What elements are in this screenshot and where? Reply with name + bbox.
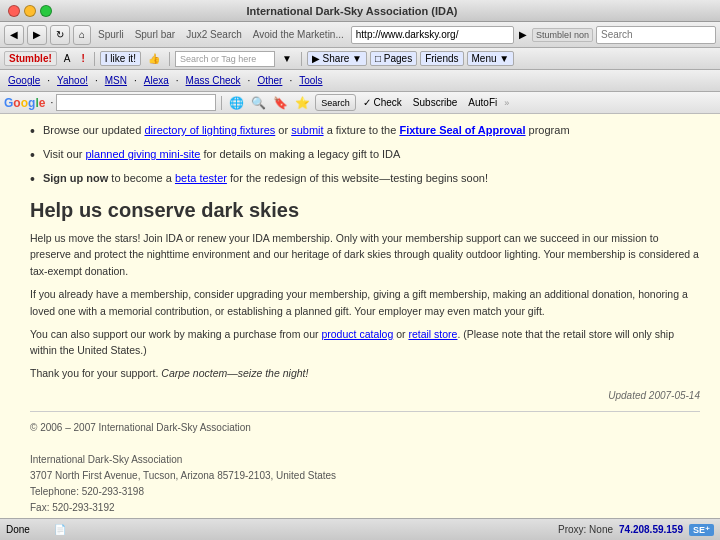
submit-link[interactable]: submit	[291, 124, 323, 136]
status-done: Done	[6, 524, 46, 535]
sep3	[301, 52, 302, 66]
menu-btn[interactable]: Menu ▼	[467, 51, 515, 66]
maximize-button[interactable]	[40, 5, 52, 17]
spurl-bar-btn[interactable]: Spurl bar	[131, 28, 180, 41]
help-section: Help us conserve dark skies Help us move…	[30, 199, 700, 401]
bullet-3-text: Sign up now to become a beta tester for …	[43, 170, 488, 187]
updated-text: Updated 2007-05-14	[30, 390, 700, 401]
google-logo: Google	[4, 96, 45, 110]
jux2-search-btn[interactable]: Jux2 Search	[182, 28, 246, 41]
exclaim-btn[interactable]: !	[77, 52, 88, 65]
sep1	[94, 52, 95, 66]
other-link[interactable]: Other	[253, 74, 286, 87]
status-bar: Done 📄 Proxy: None 74.208.59.159 SE⁺	[0, 518, 720, 540]
bullet-section: • Browse our updated directory of lighti…	[30, 122, 700, 189]
help-title: Help us conserve dark skies	[30, 199, 700, 222]
autofi-label[interactable]: AutoFi	[464, 96, 501, 109]
phone: Telephone: 520-293-3198	[30, 484, 700, 500]
search-google-btn[interactable]: 🔍	[249, 96, 268, 110]
yahoo-link[interactable]: Yahoo!	[53, 74, 92, 87]
window-title: International Dark-Sky Association (IDA)	[246, 5, 457, 17]
alexa-link[interactable]: Alexa	[140, 74, 173, 87]
google-link[interactable]: Google	[4, 74, 44, 87]
friends-btn[interactable]: Friends	[420, 51, 463, 66]
minimize-button[interactable]	[24, 5, 36, 17]
org-name: International Dark-Sky Association	[30, 452, 700, 468]
sep-dot3: ·	[134, 75, 137, 86]
stumble-toolbar: Stumble! A ! I like it! 👍 Search or Tag …	[0, 48, 720, 70]
bullet-item-1: • Browse our updated directory of lighti…	[30, 122, 700, 140]
browser-content: • Browse our updated directory of lighti…	[0, 114, 720, 518]
search-tag-input[interactable]: Search or Tag here	[175, 51, 275, 67]
arrow-btn[interactable]: ▼	[278, 52, 296, 65]
sep-dot5: ·	[248, 75, 251, 86]
sep-dot2: ·	[95, 75, 98, 86]
ip-address: 74.208.59.159	[619, 524, 683, 535]
sep-dot6: ·	[289, 75, 292, 86]
bullet-dot-2: •	[30, 146, 35, 164]
bullet-dot-3: •	[30, 170, 35, 188]
fax: Fax: 520-293-3192	[30, 500, 700, 516]
close-button[interactable]	[8, 5, 20, 17]
sep2	[169, 52, 170, 66]
forward-button[interactable]: ▶	[27, 25, 47, 45]
stumble-btn[interactable]: Stumble!	[4, 51, 57, 66]
globe-icon[interactable]: 🌐	[227, 96, 246, 110]
google-toolbar: Google · 🌐 🔍 🔖 ⭐ Search ✓ Check Subscrib…	[0, 92, 720, 114]
copyright-text: © 2006 – 2007 International Dark-Sky Ass…	[30, 420, 700, 436]
nav-bar: ◀ ▶ ↻ ⌂ Spurli Spurl bar Jux2 Search Avo…	[0, 22, 720, 48]
stumbleupon-label[interactable]: StumbleI non	[532, 28, 593, 42]
home-button[interactable]: ⌂	[73, 25, 91, 45]
tools-link[interactable]: Tools	[295, 74, 326, 87]
se-badge: SE⁺	[689, 524, 714, 536]
go-button[interactable]: ▶	[517, 29, 529, 40]
sep-dot: ·	[47, 75, 50, 86]
search-button[interactable]: Search	[315, 94, 356, 111]
status-right: Proxy: None 74.208.59.159 SE⁺	[558, 524, 714, 536]
retail-store-link[interactable]: retail store	[408, 328, 457, 340]
secondary-toolbar: Google · Yahoo! · MSN · Alexa · Mass Che…	[0, 70, 720, 92]
mass-check-link[interactable]: Mass Check	[182, 74, 245, 87]
back-button[interactable]: ◀	[4, 25, 24, 45]
directory-link[interactable]: directory of lighting fixtures	[144, 124, 275, 136]
bullet-2-text: Visit our planned giving mini-site for d…	[43, 146, 400, 163]
help-para-4: Thank you for your support. Carpe noctem…	[30, 365, 700, 382]
pages-btn[interactable]: □ Pages	[370, 51, 417, 66]
stop-marketing-btn[interactable]: Avoid the Marketin...	[249, 28, 348, 41]
bookmark-icon[interactable]: 🔖	[271, 96, 290, 110]
search-input[interactable]	[596, 26, 716, 44]
sign-up-bold: Sign up now	[43, 172, 108, 184]
subscribe-label[interactable]: Subscribe	[409, 96, 461, 109]
ilike-btn[interactable]: I like it!	[100, 51, 141, 66]
title-bar: International Dark-Sky Association (IDA)	[0, 0, 720, 22]
msn-link[interactable]: MSN	[101, 74, 131, 87]
google-dot: ·	[50, 97, 53, 108]
thumb-icon: 👍	[144, 52, 164, 65]
window-controls[interactable]	[8, 5, 52, 17]
share-btn[interactable]: ▶ Share ▼	[307, 51, 367, 66]
proxy-label: Proxy: None	[558, 524, 613, 535]
bullet-1-text: Browse our updated directory of lighting…	[43, 122, 570, 139]
url-input[interactable]	[351, 26, 514, 44]
planned-giving-link[interactable]: planned giving mini-site	[86, 148, 201, 160]
star-icon[interactable]: ⭐	[293, 96, 312, 110]
bullet-dot-1: •	[30, 122, 35, 140]
sep-dot4: ·	[176, 75, 179, 86]
product-catalog-link[interactable]: product catalog	[321, 328, 393, 340]
beta-tester-link[interactable]: beta tester	[175, 172, 227, 184]
help-para-3: You can also support our work by making …	[30, 326, 700, 360]
address: 3707 North First Avenue, Tucson, Arizona…	[30, 468, 700, 484]
google-search-input[interactable]	[56, 94, 216, 111]
bullet-item-2: • Visit our planned giving mini-site for…	[30, 146, 700, 164]
footer-section: © 2006 – 2007 International Dark-Sky Ass…	[30, 411, 700, 518]
a-btn[interactable]: A	[60, 52, 75, 65]
bullet-item-3: • Sign up now to become a beta tester fo…	[30, 170, 700, 188]
check-btn[interactable]: ✓ Check	[359, 96, 406, 109]
extra-icons: »	[504, 98, 509, 108]
refresh-button[interactable]: ↻	[50, 25, 70, 45]
spurli-btn[interactable]: Spurli	[94, 28, 128, 41]
fixture-seal-link[interactable]: Fixture Seal of Approval	[399, 124, 525, 136]
help-para-2: If you already have a membership, consid…	[30, 286, 700, 320]
help-para-1: Help us move the stars! Join IDA or rene…	[30, 230, 700, 280]
sep-g1	[221, 96, 222, 110]
